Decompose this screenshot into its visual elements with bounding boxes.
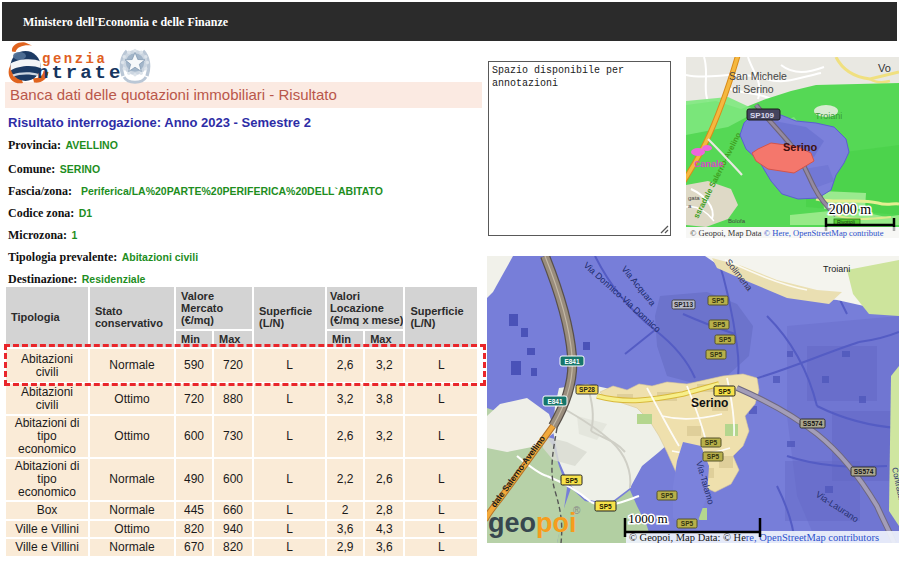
svg-text:SP5: SP5 [713, 321, 726, 328]
svg-text:SP5: SP5 [681, 520, 694, 527]
svg-text:SP28: SP28 [579, 386, 595, 393]
svg-text:gata: gata [688, 195, 700, 201]
svg-text:di Serino: di Serino [732, 83, 774, 95]
svg-text:© Geopoi, Map Data © Here, Ope: © Geopoi, Map Data © Here, OpenStreetMap… [690, 228, 884, 238]
svg-text:Bolofa: Bolofa [728, 218, 746, 224]
svg-text:Vo: Vo [878, 62, 891, 74]
svg-text:SP5: SP5 [661, 492, 674, 499]
svg-text:SP5: SP5 [710, 351, 723, 358]
svg-text:Troiani: Troiani [823, 264, 850, 274]
svg-text:SP5: SP5 [707, 453, 720, 460]
svg-text:San Michele: San Michele [729, 70, 787, 82]
svg-text:2000 m: 2000 m [829, 202, 872, 217]
svg-text:geopoi: geopoi [488, 508, 577, 538]
svg-text:E841: E841 [564, 358, 580, 365]
svg-text:Canale: Canale [694, 159, 724, 169]
svg-text:E841: E841 [547, 398, 563, 405]
svg-text:Serino: Serino [783, 141, 818, 153]
svg-text:SP5: SP5 [565, 477, 578, 484]
svg-text:SP5: SP5 [719, 336, 732, 343]
svg-text:SS574: SS574 [803, 420, 823, 427]
svg-text:SP5: SP5 [705, 439, 718, 446]
svg-text:Serino: Serino [691, 396, 728, 410]
svg-text:SP5: SP5 [712, 297, 725, 304]
svg-text:®: ® [573, 505, 581, 516]
svg-text:Troiani: Troiani [815, 111, 842, 121]
svg-text:© Geopoi, Map Data: © Here, Op: © Geopoi, Map Data: © Here, OpenStreetMa… [629, 532, 879, 543]
svg-text:SP109: SP109 [750, 111, 775, 120]
svg-text:SP113: SP113 [674, 301, 694, 308]
svg-text:SP5: SP5 [718, 388, 731, 395]
svg-text:SS574: SS574 [854, 468, 874, 475]
svg-text:SP5: SP5 [599, 503, 612, 510]
svg-text:1000 m: 1000 m [628, 511, 667, 526]
